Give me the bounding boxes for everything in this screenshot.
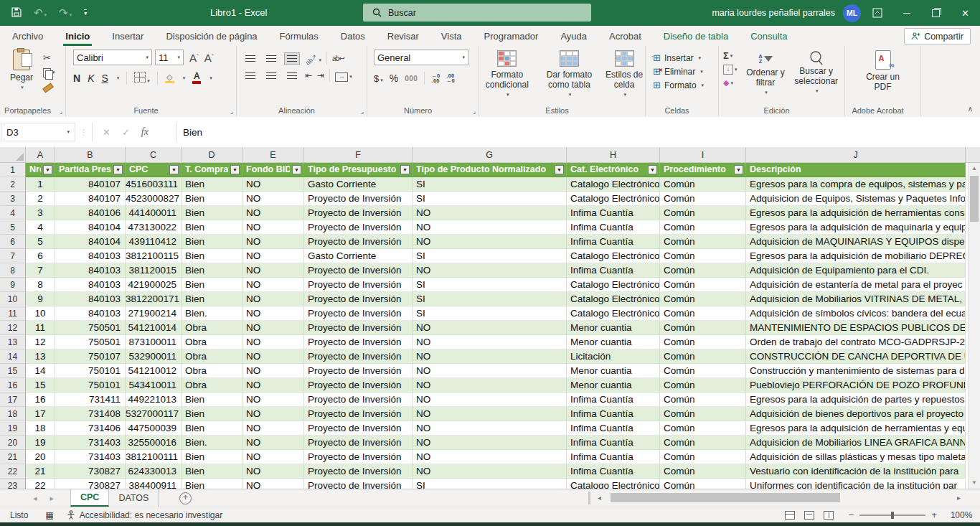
cell[interactable]: Egresos para la compra de equipos, siste…	[746, 177, 966, 192]
table-header-cell[interactable]: Procedimiento▼	[660, 163, 746, 177]
minimize-button[interactable]	[892, 0, 921, 26]
cell[interactable]: Proyecto de Inversión	[304, 235, 413, 249]
merge-center-button[interactable]: ↔▾	[335, 70, 352, 82]
cell[interactable]: Común	[660, 192, 746, 206]
cell[interactable]: Egresos para la adquisición de herramien…	[746, 206, 966, 220]
cell[interactable]: NO	[413, 321, 567, 335]
cell[interactable]: 3812100111	[126, 450, 182, 464]
cell[interactable]: Común	[660, 278, 746, 292]
row-header-14[interactable]: 14	[0, 349, 26, 364]
cell[interactable]: 5	[26, 235, 55, 249]
column-header-D[interactable]: D	[182, 147, 242, 162]
cell[interactable]: 13	[26, 349, 55, 364]
cell[interactable]: NO	[242, 479, 304, 489]
cell[interactable]: 449221013	[126, 393, 182, 407]
cell[interactable]: 624330013	[126, 464, 182, 479]
row-header-17[interactable]: 17	[0, 393, 26, 407]
currency-format-button[interactable]: $▾	[374, 73, 383, 84]
cell[interactable]: Adquisicion de Equipos, Sistemas y Paque…	[746, 192, 966, 206]
underline-button[interactable]: S	[101, 72, 108, 84]
insert-cells-button[interactable]: ⊞Insertar▾	[653, 51, 718, 65]
cell[interactable]: 840104	[55, 235, 126, 249]
cell[interactable]: Común	[660, 421, 746, 436]
cell[interactable]: 750501	[55, 335, 126, 349]
cell[interactable]: 731411	[55, 393, 126, 407]
cell[interactable]: NO	[242, 235, 304, 249]
cell[interactable]: Común	[660, 249, 746, 263]
enter-icon[interactable]: ✓	[122, 127, 130, 138]
cell[interactable]: 11	[26, 321, 55, 335]
cell[interactable]: 421900025	[126, 278, 182, 292]
cell[interactable]: 271900214	[126, 306, 182, 321]
hscroll-right-icon[interactable]: ▸	[957, 489, 961, 507]
cell[interactable]: 731403	[55, 450, 126, 464]
ribbon-tab-diseño-de-tabla[interactable]: Diseño de tabla	[661, 26, 730, 46]
cell[interactable]: NO	[242, 436, 304, 450]
cell[interactable]: NO	[242, 206, 304, 220]
close-button[interactable]: ✕	[951, 0, 980, 26]
row-header-2[interactable]: 2	[0, 177, 26, 192]
row-header-7[interactable]: 7	[0, 249, 26, 263]
collapse-ribbon-icon[interactable]: ∧	[968, 105, 973, 113]
cell[interactable]: Adquisición de estantería de metal para …	[746, 278, 966, 292]
cell[interactable]: Adquisición de sillas plásticas y mesas …	[746, 450, 966, 464]
cell[interactable]: 750101	[55, 378, 126, 393]
cell[interactable]: Común	[660, 321, 746, 335]
cell[interactable]: Común	[660, 263, 746, 278]
cell[interactable]: 12	[26, 335, 55, 349]
ribbon-tab-programador[interactable]: Programador	[482, 26, 541, 46]
cell[interactable]: Común	[660, 206, 746, 220]
cell[interactable]: Vestuario con identificación de la insti…	[746, 464, 966, 479]
cell[interactable]: Menor cuantia	[567, 335, 660, 349]
cell[interactable]: NO	[242, 306, 304, 321]
delete-cells-button[interactable]: ⊞Eliminar▾	[653, 65, 718, 78]
cell[interactable]: Bien.	[182, 306, 242, 321]
row-header-6[interactable]: 6	[0, 235, 26, 249]
cell[interactable]: NO	[242, 349, 304, 364]
cell[interactable]: Común	[660, 364, 746, 378]
cell[interactable]: 730827	[55, 464, 126, 479]
cell[interactable]: NO	[413, 349, 567, 364]
cell[interactable]: Bien.	[182, 436, 242, 450]
table-header-cell[interactable]: CPC▼	[126, 163, 182, 177]
align-top-button[interactable]	[242, 52, 258, 65]
cell[interactable]: Bien	[182, 450, 242, 464]
cell[interactable]: 15	[26, 378, 55, 393]
cell[interactable]: Bien	[182, 407, 242, 421]
cell[interactable]: Proyecto de Inversión	[304, 436, 413, 450]
align-center-button[interactable]	[263, 70, 279, 82]
filter-button[interactable]: ▼	[734, 165, 743, 174]
column-header-I[interactable]: I	[660, 147, 746, 162]
table-header-cell[interactable]: Cat. Electrónico▼	[567, 163, 660, 177]
table-header-cell[interactable]: Tipo de Producto Normalizado▼	[413, 163, 567, 177]
cell[interactable]: Catalogo Electrónico	[567, 292, 660, 306]
ribbon-tab-fórmulas[interactable]: Fórmulas	[278, 26, 321, 46]
cell[interactable]: 840103	[55, 292, 126, 306]
cell[interactable]: 840103	[55, 249, 126, 263]
cell[interactable]: Bien	[182, 479, 242, 489]
cell[interactable]: Catalogo Electrónico	[567, 306, 660, 321]
row-header-8[interactable]: 8	[0, 263, 26, 278]
cell[interactable]: 532900011	[126, 349, 182, 364]
cell[interactable]: Común	[660, 220, 746, 235]
cell[interactable]: Común	[660, 349, 746, 364]
cell[interactable]: Egresos para la adquisición de herramien…	[746, 421, 966, 436]
save-icon[interactable]	[11, 7, 22, 19]
dialog-launcher-icon[interactable]: ⌟	[361, 108, 364, 115]
cell[interactable]: NO	[413, 436, 567, 450]
cell[interactable]: NO	[413, 393, 567, 407]
row-header-11[interactable]: 11	[0, 306, 26, 321]
cell[interactable]: 2	[26, 192, 55, 206]
cell[interactable]: NO	[242, 421, 304, 436]
tab-scroll-splitter[interactable]	[588, 492, 590, 504]
filter-button[interactable]: ▼	[169, 165, 179, 174]
filter-button[interactable]: ▼	[43, 165, 52, 174]
sheet-nav-left-icon[interactable]: ◂	[33, 494, 37, 503]
cell[interactable]: 325500016	[126, 436, 182, 450]
increase-indent-icon[interactable]: ⇥	[317, 70, 324, 80]
paste-button[interactable]: Pegar▾	[6, 50, 37, 93]
ribbon-tab-insertar[interactable]: Insertar	[110, 26, 146, 46]
row-header-13[interactable]: 13	[0, 335, 26, 349]
cell[interactable]: Común	[660, 306, 746, 321]
cell[interactable]: NO	[242, 192, 304, 206]
